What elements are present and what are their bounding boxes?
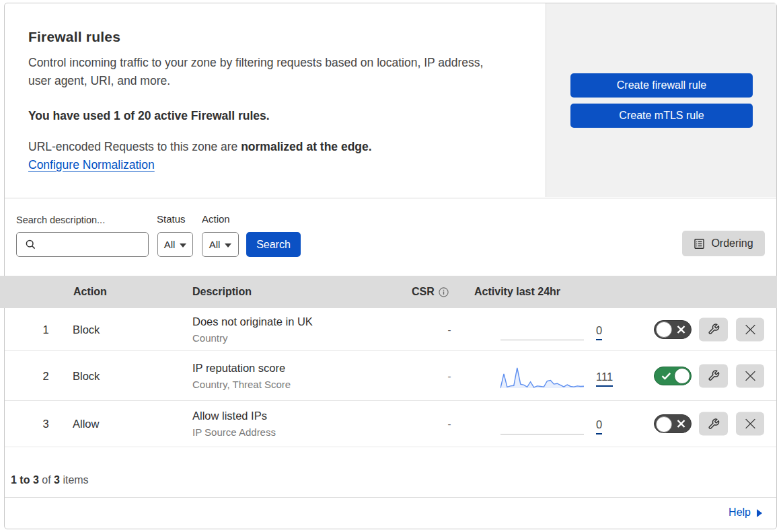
page-description: Control incoming traffic to your zone by…	[28, 54, 499, 90]
normalization-note: URL-encoded Requests to this zone are no…	[28, 140, 372, 154]
table-header-row: Action Description CSR Activity last 24h…	[0, 276, 777, 308]
x-icon	[677, 325, 685, 334]
pagination-of: of	[39, 474, 54, 486]
rule-priority: 3	[38, 418, 54, 430]
rule-description-cell: Does not originate in UK Country	[192, 314, 313, 345]
pagination-items: items	[60, 474, 89, 486]
activity-sparkline-flat	[500, 434, 584, 434]
rule-description-cell: IP reputation score Country, Threat Scor…	[192, 360, 291, 391]
close-icon	[745, 324, 756, 335]
delete-rule-button[interactable]	[736, 317, 764, 341]
action-label: Action	[202, 213, 230, 225]
header-bottom-divider	[5, 198, 776, 198]
rule-description: Allow listed IPs	[192, 408, 276, 423]
edit-rule-button[interactable]	[699, 317, 728, 341]
table-row: 3 Allow Allow listed IPs IP Source Addre…	[5, 401, 776, 447]
chevron-down-icon	[180, 243, 186, 248]
search-description-label: Search description...	[16, 215, 105, 225]
actions-panel	[546, 3, 776, 197]
usage-note: You have used 1 of 20 active Firewall ru…	[28, 109, 270, 123]
close-icon	[745, 418, 756, 430]
rule-enabled-toggle[interactable]	[654, 414, 692, 433]
search-button[interactable]: Search	[246, 232, 301, 257]
wrench-icon	[708, 324, 720, 336]
column-header-description: Description	[192, 276, 252, 308]
action-select-value: All	[209, 239, 221, 250]
rule-description: Does not originate in UK	[192, 314, 313, 329]
wrench-icon	[708, 418, 720, 430]
activity-sparkline-flat	[500, 340, 584, 340]
toggle-knob	[656, 321, 672, 338]
info-icon[interactable]	[439, 287, 449, 297]
rule-activity-cell: 0	[500, 401, 628, 447]
table-row: 2 Block IP reputation score Country, Thr…	[5, 351, 776, 401]
csr-header-label: CSR	[412, 286, 435, 298]
status-label: Status	[157, 213, 186, 225]
column-header-activity: Activity last 24hr	[474, 276, 560, 308]
help-link-label: Help	[729, 506, 751, 519]
rule-criteria: Country	[192, 332, 313, 345]
rule-action: Block	[73, 369, 100, 382]
search-input-box[interactable]	[16, 232, 149, 257]
delete-rule-button[interactable]	[736, 364, 764, 387]
activity-count-link[interactable]: 0	[596, 324, 602, 340]
rule-action: Block	[73, 323, 100, 336]
arrow-right-icon	[757, 509, 762, 517]
activity-count-link[interactable]: 111	[596, 370, 613, 387]
status-select-value: All	[164, 239, 176, 250]
rule-activity-cell: 0	[500, 308, 628, 350]
check-icon	[661, 372, 671, 380]
footer-divider	[5, 497, 776, 498]
rule-action: Allow	[73, 418, 99, 430]
search-input[interactable]	[42, 239, 148, 250]
normalization-bold-text: normalized at the edge.	[241, 140, 371, 153]
search-icon	[26, 239, 36, 250]
status-select[interactable]: All	[157, 232, 193, 257]
ordering-button[interactable]: Ordering	[682, 231, 765, 256]
rule-enabled-toggle[interactable]	[654, 320, 692, 339]
normalization-text: URL-encoded Requests to this zone are	[28, 140, 241, 153]
rule-criteria: IP Source Address	[192, 426, 276, 439]
create-firewall-rule-button[interactable]: Create firewall rule	[570, 73, 753, 98]
rule-csr-value: -	[444, 418, 455, 430]
rule-priority: 2	[38, 369, 54, 382]
header-vertical-divider	[546, 3, 546, 197]
edit-rule-button[interactable]	[699, 412, 728, 436]
rule-priority: 1	[38, 323, 54, 336]
activity-count-link[interactable]: 0	[596, 418, 602, 434]
create-mtls-rule-button[interactable]: Create mTLS rule	[570, 104, 753, 128]
ordered-list-icon	[694, 238, 705, 250]
pagination-total: 3	[54, 474, 60, 486]
rule-enabled-toggle[interactable]	[654, 367, 692, 385]
configure-normalization-link[interactable]: Configure Normalization	[28, 158, 155, 172]
pagination-summary: 1 to 3 of 3 items	[11, 474, 89, 486]
activity-sparkline-chart	[500, 366, 584, 389]
rule-csr-value: -	[444, 370, 455, 381]
action-select[interactable]: All	[202, 232, 239, 257]
table-row: 1 Block Does not originate in UK Country…	[5, 308, 776, 351]
toggle-knob	[656, 416, 672, 432]
rule-description: IP reputation score	[192, 360, 291, 375]
rule-criteria: Country, Threat Score	[192, 378, 291, 391]
delete-rule-button[interactable]	[736, 412, 764, 436]
toggle-knob	[674, 368, 690, 384]
close-icon	[745, 370, 756, 381]
page-title: Firewall rules	[28, 29, 120, 45]
ordering-button-label: Ordering	[711, 237, 753, 250]
column-header-csr: CSR	[412, 276, 449, 308]
pagination-range: 1 to 3	[11, 474, 39, 486]
rule-csr-value: -	[444, 324, 455, 335]
x-icon	[677, 420, 685, 428]
column-header-action: Action	[73, 276, 107, 308]
help-link[interactable]: Help	[729, 506, 762, 519]
wrench-icon	[708, 370, 720, 382]
edit-rule-button[interactable]	[699, 364, 728, 387]
chevron-down-icon	[225, 243, 231, 248]
rule-description-cell: Allow listed IPs IP Source Address	[192, 408, 276, 439]
rule-activity-cell: 111	[500, 351, 628, 400]
